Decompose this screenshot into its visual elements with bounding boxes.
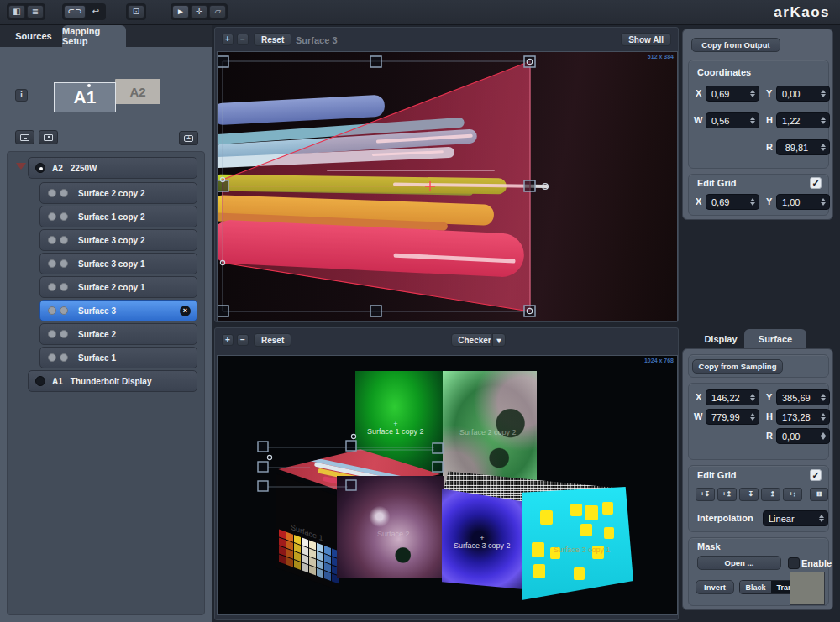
- output-row-a2[interactable]: A2 2250W: [28, 157, 197, 179]
- stepper[interactable]: [818, 431, 827, 442]
- x-input[interactable]: 0,69: [706, 86, 759, 102]
- reset-button[interactable]: Reset: [254, 333, 291, 347]
- grid-x-label: X: [696, 196, 701, 206]
- w-label: W: [694, 115, 702, 125]
- grid-add-col-button[interactable]: +↥: [717, 488, 737, 501]
- interpolation-select[interactable]: Linear: [763, 510, 828, 526]
- grid-insert-button[interactable]: +↨: [783, 488, 802, 501]
- output-radio[interactable]: [35, 163, 45, 173]
- pattern-dropdown-arrow[interactable]: ▾: [492, 333, 506, 347]
- output-canvas[interactable]: 512 x 384: [217, 51, 678, 321]
- grid-delete-button[interactable]: ⊠: [810, 488, 828, 501]
- copy-from-sampling-button[interactable]: Copy from Sampling: [692, 359, 783, 374]
- surface-row[interactable]: Surface 1: [39, 347, 197, 368]
- h-input[interactable]: 173,28: [776, 409, 830, 425]
- show-all-button[interactable]: Show All: [621, 33, 671, 46]
- pattern-select[interactable]: Checker: [451, 333, 491, 347]
- mask-enable-label: Enable: [801, 558, 832, 568]
- selection-overlay[interactable]: [218, 52, 677, 321]
- mask-black-button[interactable]: Black: [740, 581, 771, 593]
- stepper[interactable]: [818, 88, 827, 99]
- copy-from-output-button[interactable]: Copy from Output: [691, 38, 780, 52]
- tab-mapping-setup[interactable]: Mapping Setup: [62, 25, 126, 47]
- plus-box-icon: +: [184, 135, 193, 142]
- display-a1-thumb[interactable]: A1: [54, 82, 116, 112]
- x-input[interactable]: 146,22: [706, 389, 759, 405]
- w-input[interactable]: 779,99: [706, 409, 759, 425]
- mask-enable-checkbox[interactable]: [788, 557, 800, 569]
- stepper[interactable]: [748, 411, 757, 422]
- display-radio[interactable]: [35, 376, 45, 386]
- w-input[interactable]: 0,56: [706, 112, 759, 128]
- sampling-selection-overlay[interactable]: [218, 356, 678, 615]
- mask-open-button[interactable]: Open ...: [697, 556, 781, 570]
- r-input[interactable]: -89,81: [776, 139, 830, 155]
- zoom-out-button[interactable]: −: [237, 334, 249, 346]
- disclosure-triangle[interactable]: [16, 163, 26, 170]
- panel-list-button[interactable]: ≣: [27, 5, 44, 18]
- move-tool-button[interactable]: ✛: [191, 5, 207, 18]
- add-surface-button[interactable]: +: [179, 131, 198, 145]
- surface-row[interactable]: Surface 3 copy 2: [39, 229, 197, 251]
- display-above-button[interactable]: [39, 130, 58, 144]
- close-icon[interactable]: ×: [180, 306, 191, 316]
- zoom-in-button[interactable]: +: [222, 34, 234, 45]
- linked-displays-icon: ⊂⊃: [68, 6, 82, 18]
- y-input[interactable]: 0,00: [776, 86, 830, 102]
- linked-displays-button[interactable]: ⊂⊃: [64, 5, 86, 18]
- tab-sources[interactable]: Sources: [5, 25, 62, 47]
- zoom-in-button[interactable]: +: [222, 334, 234, 346]
- edit-grid-checkbox[interactable]: ✓: [810, 469, 822, 481]
- grid-remove-col-button[interactable]: −↥: [761, 488, 780, 501]
- transform-icon: ▱: [214, 6, 221, 18]
- undo-icon: ↩: [92, 6, 99, 18]
- edit-grid-checkbox[interactable]: ✓: [810, 177, 822, 189]
- stepper[interactable]: [748, 115, 757, 126]
- surface-row[interactable]: Surface 3 copy 1: [39, 253, 197, 274]
- display-below-button[interactable]: [15, 130, 34, 144]
- stepper[interactable]: [818, 142, 827, 153]
- transform-tool-button[interactable]: ▱: [209, 5, 226, 18]
- layer-dot: [60, 259, 68, 268]
- stepper[interactable]: [818, 411, 827, 422]
- surface-row[interactable]: Surface 2: [39, 323, 197, 345]
- surface-row-selected[interactable]: Surface 3 ×: [39, 300, 197, 321]
- grid-remove-row-button[interactable]: −↧: [739, 488, 759, 501]
- arkaos-mapper-window: { "topbar": { "logo": "arKaos", "icons":…: [0, 0, 840, 622]
- y-input[interactable]: 385,69: [776, 389, 830, 405]
- undo-button[interactable]: ↩: [87, 5, 104, 18]
- preview-screen-button[interactable]: ⊡: [128, 5, 144, 18]
- stepper[interactable]: [748, 88, 757, 99]
- sampling-canvas[interactable]: Surface 1 Surface 2 + Surface 3 copy 2: [217, 355, 678, 615]
- grid-y-input[interactable]: 1,00: [776, 194, 830, 210]
- stepper[interactable]: [818, 392, 827, 403]
- stepper[interactable]: [818, 196, 827, 207]
- r-input[interactable]: 0,00: [776, 428, 830, 444]
- info-button[interactable]: i: [15, 89, 28, 102]
- surface-row[interactable]: Surface 2 copy 1: [39, 276, 197, 298]
- output-detail: 2250W: [71, 164, 97, 173]
- stepper[interactable]: [818, 115, 827, 126]
- tab-surface[interactable]: Surface: [744, 329, 806, 348]
- sampling-preview-toolbar: + − Reset Checker ▾: [215, 328, 678, 352]
- mask-title: Mask: [697, 541, 721, 551]
- stepper[interactable]: [748, 392, 757, 403]
- surface-row[interactable]: Surface 2 copy 2: [39, 182, 197, 204]
- cursor-tool-button[interactable]: ►: [172, 5, 189, 18]
- panel-left-button[interactable]: ◧: [8, 5, 25, 18]
- stepper[interactable]: [816, 513, 826, 524]
- grid-x-input[interactable]: 0,69: [706, 194, 759, 210]
- reset-button[interactable]: Reset: [254, 33, 291, 46]
- copy-bar: Copy from Sampling: [688, 354, 829, 378]
- layer-dot: [60, 236, 68, 244]
- display-row-a1[interactable]: A1 Thunderbolt Display: [28, 370, 197, 392]
- stepper[interactable]: [748, 196, 757, 207]
- mask-invert-button[interactable]: Invert: [696, 580, 734, 594]
- h-input[interactable]: 1,22: [776, 112, 830, 128]
- display-a2-thumb[interactable]: A2: [115, 79, 160, 104]
- sampling-preview-panel: + − Reset Checker ▾ Surface 1: [214, 327, 679, 620]
- zoom-out-button[interactable]: −: [237, 34, 249, 45]
- h-label: H: [766, 411, 773, 421]
- grid-add-row-button[interactable]: +↧: [696, 488, 715, 501]
- surface-row[interactable]: Surface 1 copy 2: [39, 206, 197, 227]
